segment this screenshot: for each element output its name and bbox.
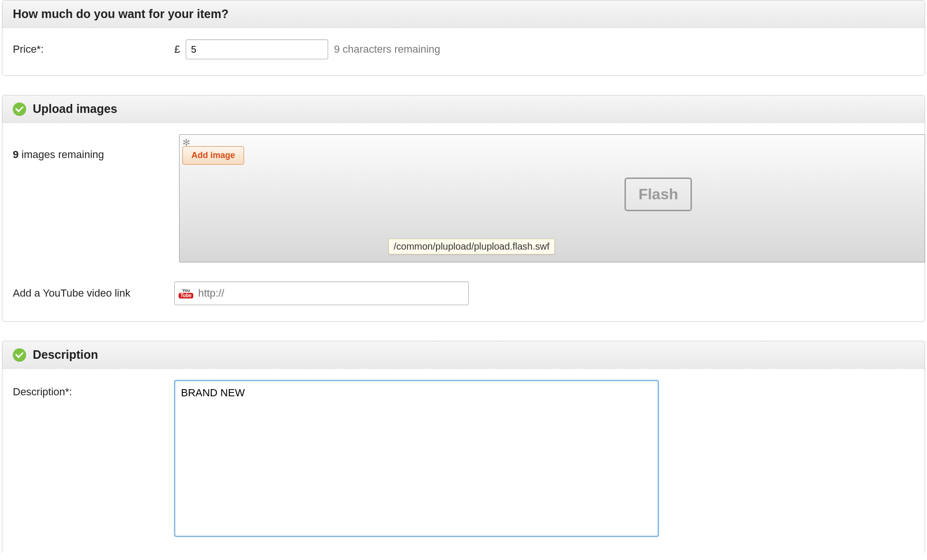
price-chars-remaining: 9 characters remaining: [334, 43, 440, 56]
upload-section-title: Upload images: [33, 102, 117, 116]
description-section: Description Description*:: [2, 341, 925, 553]
youtube-row: Add a YouTube video link You Tube: [13, 281, 914, 305]
youtube-label: Add a YouTube video link: [13, 287, 174, 299]
price-section-title: How much do you want for your item?: [13, 7, 228, 21]
price-section: How much do you want for your item? Pric…: [2, 0, 925, 76]
description-section-title: Description: [33, 348, 98, 362]
flash-tooltip: /common/plupload/plupload.flash.swf: [388, 239, 555, 254]
upload-panel: ✻ Add image Flash /common/plupload/plupl…: [179, 134, 925, 262]
price-label: Price*:: [13, 43, 174, 56]
currency-symbol: £: [174, 43, 180, 56]
youtube-input-wrap[interactable]: You Tube: [174, 281, 469, 305]
youtube-icon: You Tube: [179, 289, 193, 299]
youtube-input[interactable]: [197, 287, 464, 300]
description-textarea[interactable]: [174, 380, 659, 537]
flash-placeholder[interactable]: Flash: [624, 177, 692, 211]
upload-section-header: Upload images: [2, 95, 925, 123]
description-label: Description*:: [13, 380, 174, 398]
images-remaining: 9 images remaining: [13, 134, 179, 161]
images-remaining-text: images remaining: [19, 149, 104, 160]
price-section-header: How much do you want for your item?: [2, 0, 925, 28]
price-input[interactable]: [186, 39, 328, 59]
check-icon: [13, 348, 26, 362]
description-section-header: Description: [2, 341, 925, 369]
price-row: Price*: £ 9 characters remaining: [13, 39, 914, 59]
upload-section: Upload images 9 images remaining ✻ Add i…: [2, 95, 925, 322]
add-image-button[interactable]: Add image: [182, 146, 244, 165]
images-remaining-count: 9: [13, 149, 19, 160]
check-icon: [13, 103, 26, 116]
